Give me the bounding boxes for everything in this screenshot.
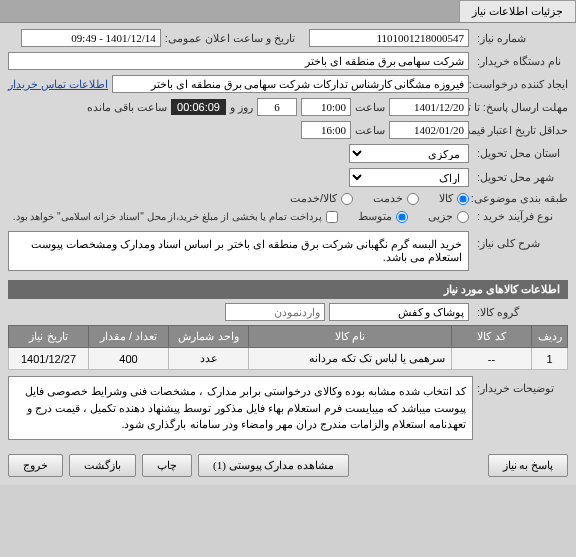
contact-buyer-link[interactable]: اطلاعات تماس خریدار xyxy=(8,78,108,91)
category-label: طبقه بندی موضوعی: xyxy=(473,192,568,205)
days-and-label: روز و xyxy=(230,101,253,114)
tab-need-details[interactable]: جزئیات اطلاعات نیاز xyxy=(459,0,576,22)
desc-label: شرح کلی نیاز: xyxy=(473,231,568,250)
validity-date-input[interactable] xyxy=(389,121,469,139)
th-name: نام کالا xyxy=(249,326,452,348)
goods-group-input[interactable] xyxy=(329,303,469,321)
td-qty: 400 xyxy=(89,348,169,370)
radio-service[interactable] xyxy=(407,193,419,205)
reply-button[interactable]: پاسخ به نیاز xyxy=(488,454,569,477)
validity-time-input[interactable] xyxy=(301,121,351,139)
radio-medium[interactable] xyxy=(396,211,408,223)
remaining-time: 00:06:09 xyxy=(171,99,226,115)
goods-group-code-input[interactable] xyxy=(225,303,325,321)
buyer-org-input[interactable] xyxy=(8,52,469,70)
goods-section-header: اطلاعات کالاهای مورد نیاز xyxy=(8,280,568,299)
th-unit: واحد شمارش xyxy=(169,326,249,348)
radio-small[interactable] xyxy=(457,211,469,223)
creator-input[interactable] xyxy=(112,75,469,93)
buyer-org-label: نام دستگاه خریدار: xyxy=(473,55,568,68)
deadline-time-input[interactable] xyxy=(301,98,351,116)
td-unit: عدد xyxy=(169,348,249,370)
deadline-date-input[interactable] xyxy=(389,98,469,116)
table-row[interactable]: 1 -- سرهمی یا لباس تک تکه مردانه عدد 400… xyxy=(9,348,568,370)
creator-label: ایجاد کننده درخواست: xyxy=(473,78,568,91)
treasury-checkbox[interactable] xyxy=(326,211,338,223)
back-button[interactable]: بازگشت xyxy=(69,454,136,477)
buyer-notes-label: توضیحات خریدار: xyxy=(473,376,568,440)
pt-medium-label: متوسط xyxy=(358,210,392,223)
th-row: ردیف xyxy=(532,326,568,348)
td-row: 1 xyxy=(532,348,568,370)
cat-service-label: خدمت xyxy=(373,192,403,205)
days-input xyxy=(257,98,297,116)
buyer-notes-text: کد انتخاب شده مشابه بوده وکالای درخواستی… xyxy=(8,376,473,440)
radio-goods[interactable] xyxy=(457,193,469,205)
td-date: 1401/12/27 xyxy=(9,348,89,370)
validity-label: حداقل تاریخ اعتبار قیمت: تا تاریخ: xyxy=(473,124,568,137)
th-date: تاریخ نیاز xyxy=(9,326,89,348)
pt-small-label: جزیی xyxy=(428,210,453,223)
exit-button[interactable]: خروج xyxy=(8,454,63,477)
time-label-2: ساعت xyxy=(355,124,385,137)
province-select[interactable]: مرکزی xyxy=(349,144,469,163)
th-code: کد کالا xyxy=(452,326,532,348)
td-code: -- xyxy=(452,348,532,370)
cat-goods-label: کالا xyxy=(439,192,453,205)
attachments-button[interactable]: مشاهده مدارک پیوستی (1) xyxy=(198,454,349,477)
city-label: شهر محل تحویل: xyxy=(473,171,568,184)
cat-both-label: کالا/خدمت xyxy=(290,192,337,205)
th-qty: تعداد / مقدار xyxy=(89,326,169,348)
print-button[interactable]: چاپ xyxy=(142,454,192,477)
remaining-label: ساعت باقی مانده xyxy=(87,101,167,114)
announce-input[interactable] xyxy=(21,29,161,47)
time-label-1: ساعت xyxy=(355,101,385,114)
goods-table: ردیف کد کالا نام کالا واحد شمارش تعداد /… xyxy=(8,325,568,370)
need-number-label: شماره نیاز: xyxy=(473,32,568,45)
deadline-label: مهلت ارسال پاسخ: تا تاریخ: xyxy=(473,101,568,114)
city-select[interactable]: اراک xyxy=(349,168,469,187)
purchase-type-label: نوع فرآیند خرید : xyxy=(473,210,568,223)
need-number-input[interactable] xyxy=(309,29,469,47)
radio-both[interactable] xyxy=(341,193,353,205)
need-description: خرید البسه گرم نگهبانی شرکت برق منطقه ای… xyxy=(8,231,469,271)
goods-group-label: گروه کالا: xyxy=(473,306,568,319)
pt-note: پرداخت تمام یا بخشی از مبلغ خرید،از محل … xyxy=(13,211,322,222)
td-name: سرهمی یا لباس تک تکه مردانه xyxy=(249,348,452,370)
announce-label: تاریخ و ساعت اعلان عمومی: xyxy=(165,32,295,45)
province-label: استان محل تحویل: xyxy=(473,147,568,160)
